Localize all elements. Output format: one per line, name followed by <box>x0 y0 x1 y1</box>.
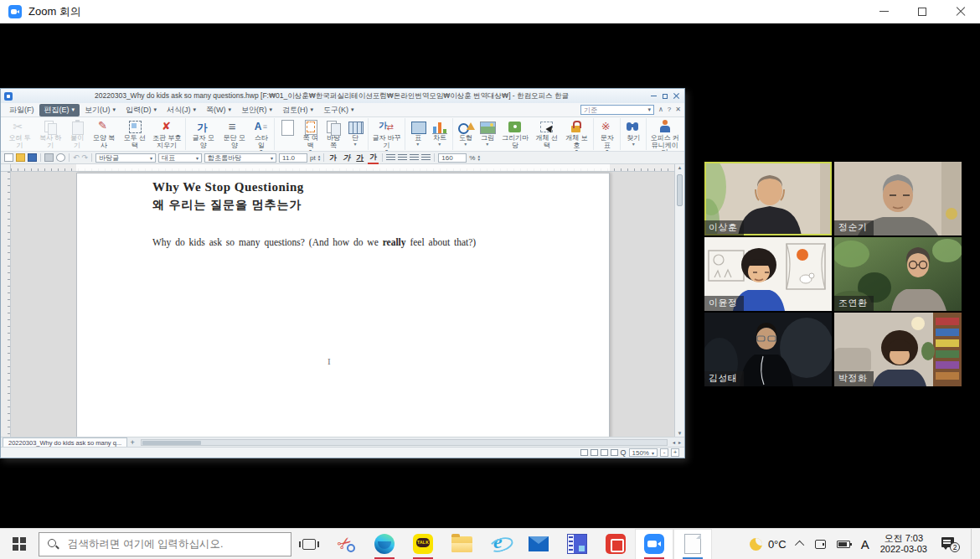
menu-item[interactable]: 보기(U) ▾ <box>80 104 121 116</box>
zoom-in-button[interactable]: + <box>671 448 679 457</box>
ribbon-button-charmap[interactable]: 문자표 ▾ <box>596 118 618 152</box>
video-tile-kimsungtae[interactable]: 김성태 <box>704 313 832 386</box>
taskbar-app-edge-browser[interactable] <box>365 529 404 559</box>
menu-item[interactable]: 입력(D) ▾ <box>121 104 162 116</box>
zoom-input[interactable]: 160 <box>438 153 467 163</box>
taskbar-app-mail-app[interactable] <box>519 529 558 559</box>
close-button[interactable] <box>941 0 980 23</box>
bold-button[interactable]: 가 <box>328 153 338 163</box>
maximize-button[interactable] <box>903 0 941 23</box>
ime-indicator[interactable]: A <box>861 537 869 551</box>
video-tile-leeyoonjung[interactable]: 이윤정 <box>704 237 832 311</box>
view-mode-icon[interactable] <box>580 449 588 456</box>
ribbon-button-para-shape[interactable]: 문단 모양 ▾ <box>219 118 250 150</box>
preview-icon[interactable] <box>56 153 65 162</box>
ribbon-button-erase-marks[interactable]: 조판 부호 지우기 ▾ <box>150 118 183 150</box>
weather-moon-icon[interactable] <box>750 538 762 551</box>
ribbon-button-master-page[interactable]: 바탕쪽 ▾ <box>322 118 344 150</box>
scroll-up-icon[interactable]: ▲ <box>675 165 684 170</box>
battery-icon[interactable] <box>837 541 850 548</box>
taskbar-app-file-explorer[interactable] <box>442 529 481 559</box>
taskbar-app-zoom-app[interactable] <box>635 529 673 559</box>
ribbon-button-replace-text[interactable]: 글자 바꾸기 ▾ <box>370 118 403 152</box>
menu-item[interactable]: 검토(H) ▾ <box>277 104 318 116</box>
ribbon-button-object-protect[interactable]: 개체 보호 ▾ <box>561 118 591 152</box>
ribbon-button-object-select[interactable]: 개체 선택 ▾ <box>532 118 562 150</box>
video-tile-parkjunghwa[interactable]: 박정화 <box>834 313 962 386</box>
document-tab[interactable]: 20220303_Why do kids ask so many q... <box>3 437 127 447</box>
underline-button[interactable]: 가 <box>354 153 365 163</box>
align-right-button[interactable] <box>410 154 419 162</box>
scrollbar-thumb[interactable] <box>677 174 683 206</box>
font-color-button[interactable]: 가 <box>368 152 379 164</box>
save-icon[interactable] <box>28 153 37 162</box>
zoom-stepper[interactable]: ▴▾ <box>477 154 480 161</box>
ribbon-button-picture[interactable]: 그림 ▾ <box>477 118 498 148</box>
ribbon-button-office-communicator[interactable]: 오피스 커뮤니케이터 ▾ <box>648 118 681 152</box>
taskbar-app-document-app[interactable] <box>673 529 712 559</box>
redo-icon[interactable]: ↷ <box>82 153 89 162</box>
vertical-scrollbar[interactable]: ▲ ▼ <box>674 164 684 437</box>
collapse-ribbon-icon[interactable]: ∧ <box>658 106 663 114</box>
menu-item[interactable]: 편집(E) ▾ <box>39 104 80 116</box>
video-tile-leesanghoon[interactable]: 이상훈 <box>704 162 832 236</box>
task-view-button[interactable] <box>291 529 327 559</box>
zoom-out-button[interactable]: - <box>660 448 668 457</box>
print-icon[interactable] <box>44 153 54 162</box>
align-left-button[interactable] <box>386 154 395 162</box>
font-size-stepper[interactable]: ▴▾ <box>318 154 321 161</box>
style-select[interactable]: 바탕글▾ <box>95 153 156 163</box>
hwp-maximize-icon[interactable] <box>663 94 668 99</box>
font-size-input[interactable]: 11.0 <box>279 153 307 163</box>
ribbon-button-shapes[interactable]: 도형 ▾ <box>455 118 477 148</box>
chevron-up-icon[interactable] <box>795 541 804 550</box>
view-mode-icon[interactable] <box>601 449 608 456</box>
document-page[interactable]: Why We Stop Questioning 왜 우리는 질문을 멈추는가 W… <box>76 173 610 437</box>
font-select[interactable]: 함초롬바탕▾ <box>204 153 276 163</box>
quick-search-box[interactable]: 기준 ▾ <box>580 105 654 115</box>
temperature[interactable]: 0°C <box>768 538 787 551</box>
notification-center-button[interactable]: 2 <box>941 536 960 552</box>
view-mode-icon[interactable] <box>591 449 598 456</box>
view-mode-icon[interactable] <box>611 449 618 456</box>
scroll-right-icon[interactable]: ▸ <box>677 439 683 445</box>
menu-item[interactable]: 보안(R) ▾ <box>236 104 277 116</box>
menu-item[interactable]: 도구(K) ▾ <box>318 104 359 116</box>
italic-button[interactable]: 가 <box>341 153 352 163</box>
ribbon-button-cut[interactable]: 오려 두기 ▾ <box>4 118 35 150</box>
close-doc-icon[interactable]: ✕ <box>675 106 681 114</box>
ribbon-button-format-copy[interactable]: 모양 복사 ▾ <box>89 118 120 150</box>
align-justify-button[interactable] <box>421 154 431 162</box>
ribbon-button-table[interactable]: 표 ▾ <box>407 118 429 148</box>
align-center-button[interactable] <box>398 154 407 162</box>
taskbar-app-kakaotalk[interactable] <box>404 529 442 559</box>
horizontal-ruler[interactable] <box>11 164 674 172</box>
new-doc-icon[interactable] <box>4 153 13 162</box>
taskbar-app-screen-capture-app[interactable] <box>596 529 635 559</box>
ribbon-button-page-margin[interactable]: 쪽 여백 ▾ <box>298 118 322 152</box>
menu-item[interactable]: 파일(F) ▾ <box>4 104 39 116</box>
menu-item[interactable]: 서식(J) ▾ <box>162 104 201 116</box>
ribbon-button-chart[interactable]: 차트 ▾ <box>429 118 451 148</box>
horizontal-scrollbar[interactable] <box>141 439 668 446</box>
vertical-ruler[interactable] <box>1 172 11 437</box>
ribbon-button-style[interactable]: 스타일 ▾ <box>250 118 272 152</box>
ribbon-button-select-all[interactable]: 모두 선택 ▾ <box>119 118 150 150</box>
tablet-tray-icon[interactable] <box>815 540 826 549</box>
show-desktop-button[interactable] <box>971 529 975 559</box>
search-input[interactable] <box>66 537 282 551</box>
scrollbar-thumb[interactable] <box>142 441 201 445</box>
status-zoom-select[interactable]: 150% ▾ <box>629 448 658 457</box>
menu-item[interactable]: 쪽(W) ▾ <box>201 104 236 116</box>
ribbon-button-clipart[interactable]: 그리기마당 ▾ <box>498 118 532 150</box>
video-tile-choyeonhwan[interactable]: 조연환 <box>834 237 962 311</box>
hwp-minimize-icon[interactable] <box>651 96 657 96</box>
taskbar-app-onenote[interactable] <box>558 529 596 559</box>
rep-select[interactable]: 대표▾ <box>158 153 202 163</box>
ribbon-button-copy[interactable]: 복사 하기 ▾ <box>35 118 66 150</box>
ribbon-button-edit-paper[interactable]: ▾ <box>276 118 298 136</box>
open-doc-icon[interactable] <box>16 153 25 162</box>
clock[interactable]: 오전 7:03 2022-03-03 <box>880 533 927 555</box>
scroll-left-icon[interactable]: ◂ <box>671 439 677 445</box>
taskbar-search[interactable] <box>39 532 291 556</box>
